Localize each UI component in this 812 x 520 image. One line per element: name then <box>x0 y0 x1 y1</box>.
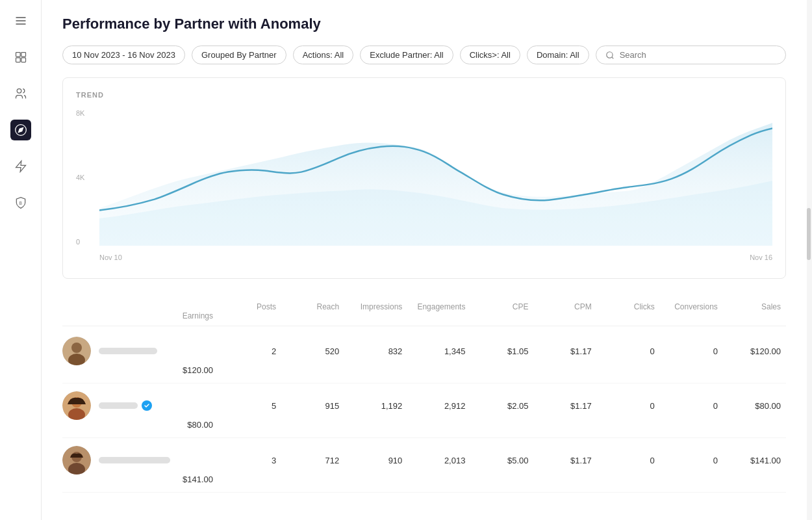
cell-reach-2: 915 <box>281 401 344 411</box>
y-label-0: 0 <box>76 238 95 246</box>
name-bar-container-2 <box>99 400 152 411</box>
name-bar-container-1 <box>99 348 157 354</box>
cell-engagements-1: 1,345 <box>407 346 470 356</box>
cell-cpm-1: $1.17 <box>534 346 597 356</box>
search-input[interactable] <box>620 50 776 60</box>
table-row: 5 915 1,192 2,912 $2.05 $1.17 0 0 $80.00… <box>62 384 786 438</box>
col-earnings: Earnings <box>62 311 218 320</box>
svg-rect-6 <box>21 58 25 62</box>
page-title: Performance by Partner with Anomaly <box>62 16 786 32</box>
col-sales: Sales <box>723 302 786 311</box>
grouped-by-filter[interactable]: Grouped By Partner <box>192 46 286 64</box>
cell-conversions-2: 0 <box>660 401 723 411</box>
scrollbar-track[interactable] <box>807 0 812 520</box>
cell-impressions-1: 832 <box>344 346 407 356</box>
cell-earnings-1: $120.00 <box>62 365 218 375</box>
x-label-end: Nov 16 <box>750 254 772 261</box>
shield-icon[interactable]: B <box>10 192 31 213</box>
table-row: 2 520 832 1,345 $1.05 $1.17 0 0 $120.00 … <box>62 329 786 384</box>
col-reach: Reach <box>281 302 344 311</box>
x-label-start: Nov 10 <box>99 254 122 261</box>
avatar-1 <box>62 337 91 365</box>
clicks-filter[interactable]: Clicks>: All <box>460 46 520 64</box>
svg-marker-9 <box>18 127 23 132</box>
col-cpm: CPM <box>534 302 597 311</box>
svg-rect-4 <box>21 53 25 57</box>
name-bar-2 <box>99 402 138 409</box>
cell-engagements-3: 2,013 <box>407 456 470 465</box>
cell-sales-2: $80.00 <box>723 401 786 411</box>
y-label-8k: 8K <box>76 109 95 117</box>
data-table: Posts Reach Impressions Engagements CPE … <box>62 297 786 493</box>
partner-cell-1 <box>62 337 218 365</box>
cell-clicks-1: 0 <box>597 346 660 356</box>
cell-engagements-2: 2,912 <box>407 401 470 411</box>
col-cpe: CPE <box>470 302 533 311</box>
cell-cpe-1: $1.05 <box>470 346 533 356</box>
domain-filter[interactable]: Domain: All <box>527 46 589 64</box>
scrollbar-thumb[interactable] <box>807 208 811 260</box>
search-icon <box>605 51 615 60</box>
search-container[interactable] <box>596 46 786 64</box>
table-row: 3 712 910 2,013 $5.00 $1.17 0 0 $141.00 … <box>62 438 786 493</box>
cell-cpe-2: $2.05 <box>470 401 533 411</box>
cell-sales-3: $141.00 <box>723 456 786 465</box>
cell-posts-1: 2 <box>218 346 281 356</box>
name-bar-container-3 <box>99 457 170 463</box>
svg-point-7 <box>17 89 21 94</box>
cell-earnings-3: $141.00 <box>62 474 218 484</box>
cell-cpe-3: $5.00 <box>470 456 533 465</box>
cell-impressions-2: 1,192 <box>344 401 407 411</box>
avatar-3 <box>62 446 91 474</box>
menu-icon[interactable] <box>10 10 31 31</box>
cell-conversions-1: 0 <box>660 346 723 356</box>
people-icon[interactable] <box>10 83 31 104</box>
cell-earnings-2: $80.00 <box>62 420 218 430</box>
date-range-filter[interactable]: 10 Nov 2023 - 16 Nov 2023 <box>62 46 185 64</box>
col-conversions: Conversions <box>660 302 723 311</box>
cell-clicks-3: 0 <box>597 456 660 465</box>
table-header: Posts Reach Impressions Engagements CPE … <box>62 297 786 326</box>
svg-line-13 <box>611 57 613 58</box>
verified-badge-2 <box>142 400 152 411</box>
svg-rect-3 <box>16 53 20 57</box>
chart-area: 8K 4K 0 <box>76 109 772 265</box>
col-posts: Posts <box>218 302 281 311</box>
filter-bar: 10 Nov 2023 - 16 Nov 2023 Grouped By Par… <box>62 46 786 64</box>
compass-icon[interactable] <box>10 120 31 140</box>
cell-impressions-3: 910 <box>344 456 407 465</box>
sidebar: B <box>0 0 42 520</box>
dashboard-icon[interactable] <box>10 47 31 68</box>
avatar-2 <box>62 391 91 420</box>
col-partner <box>62 302 218 311</box>
partner-cell-2 <box>62 391 218 420</box>
main-content: Performance by Partner with Anomaly 10 N… <box>42 0 807 520</box>
svg-rect-5 <box>16 58 20 62</box>
chart-svg <box>99 109 772 246</box>
name-bar-1 <box>99 348 157 354</box>
chart-x-labels: Nov 10 Nov 16 <box>99 250 772 265</box>
name-bar-3 <box>99 457 170 463</box>
lightning-icon[interactable] <box>10 156 31 177</box>
svg-point-15 <box>71 343 82 353</box>
cell-cpm-2: $1.17 <box>534 401 597 411</box>
cell-posts-2: 5 <box>218 401 281 411</box>
cell-reach-3: 712 <box>281 456 344 465</box>
y-label-4k: 4K <box>76 174 95 181</box>
cell-cpm-3: $1.17 <box>534 456 597 465</box>
chart-y-labels: 8K 4K 0 <box>76 109 95 246</box>
cell-sales-1: $120.00 <box>723 346 786 356</box>
svg-text:B: B <box>19 201 22 205</box>
col-impressions: Impressions <box>344 302 407 311</box>
exclude-partner-filter[interactable]: Exclude Partner: All <box>360 46 453 64</box>
col-engagements: Engagements <box>407 302 470 311</box>
cell-clicks-2: 0 <box>597 401 660 411</box>
svg-point-12 <box>606 51 612 57</box>
trend-label: TREND <box>76 91 772 99</box>
cell-conversions-3: 0 <box>660 456 723 465</box>
cell-reach-1: 520 <box>281 346 344 356</box>
col-clicks: Clicks <box>597 302 660 311</box>
trend-card: TREND 8K 4K 0 <box>62 77 786 279</box>
cell-posts-3: 3 <box>218 456 281 465</box>
actions-filter[interactable]: Actions: All <box>293 46 354 64</box>
